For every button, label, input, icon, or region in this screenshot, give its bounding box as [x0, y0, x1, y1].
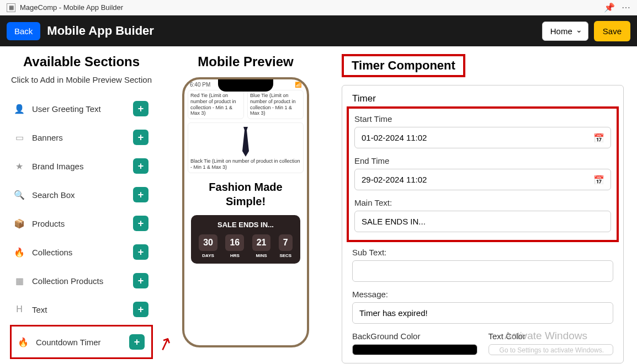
section-search-box[interactable]: 🔍 Search Box + [10, 181, 153, 208]
start-time-input[interactable] [354, 127, 611, 148]
calendar-icon[interactable]: 📅 [593, 132, 604, 143]
timer-secs: 7 [279, 234, 293, 251]
bg-color-label: BackGround Color [352, 331, 477, 341]
star-icon: ★ [14, 161, 24, 171]
config-title: Timer Component [352, 58, 455, 73]
calendar-icon[interactable]: 📅 [593, 174, 604, 185]
sidebar-title: Available Sections [10, 54, 153, 69]
section-label: Collection Products [32, 276, 103, 286]
wifi-icon: 📶 [295, 82, 301, 88]
section-label: Search Box [32, 190, 75, 200]
home-dropdown[interactable]: Home [542, 22, 588, 41]
save-button[interactable]: Save [594, 21, 630, 41]
section-label: Collections [32, 248, 72, 257]
add-button[interactable]: + [133, 158, 148, 174]
bg-color-swatch[interactable] [352, 344, 477, 355]
timer-days: 30 [199, 234, 217, 251]
text-icon: H [14, 304, 24, 314]
add-button[interactable]: + [133, 273, 148, 288]
product-card[interactable]: Blue Tie (Limit on number of product in … [247, 90, 304, 119]
start-time-label: Start Time [354, 114, 611, 124]
end-time-input[interactable] [354, 169, 611, 190]
add-button[interactable]: + [133, 216, 148, 231]
timer-mins-label: MINS [252, 253, 271, 258]
section-collection-products[interactable]: ▦ Collection Products + [10, 267, 153, 294]
sub-text-label: Sub Text: [352, 248, 613, 257]
windows-watermark-sub: Go to Settings to activate Windows. [500, 346, 604, 354]
sub-text-input[interactable] [352, 260, 613, 282]
add-button[interactable]: + [133, 130, 148, 145]
section-label: Products [32, 219, 65, 228]
mobile-preview-panel: Mobile Preview 6:40 PM 📶 Red Tie (Limit … [163, 46, 328, 364]
tagline: Fashion Made Simple! [188, 180, 304, 208]
countdown-highlight: 🔥 Countdown Timer + [10, 325, 153, 359]
box-icon: 📦 [14, 218, 24, 228]
add-button[interactable]: + [133, 187, 148, 202]
timer-hrs-label: HRS [225, 253, 244, 258]
main-text-label: Main Text: [354, 198, 611, 207]
grid-icon: ▦ [14, 276, 24, 286]
section-user-greeting[interactable]: 👤 User Greeting Text + [10, 95, 153, 122]
section-brand-images[interactable]: ★ Brand Images + [10, 153, 153, 179]
section-countdown-timer[interactable]: 🔥 Countdown Timer + [14, 329, 149, 355]
form-heading: Timer [352, 93, 613, 104]
main-text-input[interactable] [354, 211, 611, 232]
timer-secs-label: SECS [279, 253, 293, 258]
section-collections[interactable]: 🔥 Collections + [10, 239, 153, 265]
banner-icon: ▭ [14, 132, 24, 142]
timer-widget[interactable]: SALE ENDS IN... 30 DAYS 16 HRS 21 MINS [191, 215, 300, 264]
section-label: Countdown Timer [36, 338, 101, 347]
available-sections-sidebar: Available Sections Click to Add in Mobil… [0, 46, 163, 364]
add-button[interactable]: + [133, 302, 148, 317]
section-banners[interactable]: ▭ Banners + [10, 124, 153, 151]
app-icon: ▦ [7, 3, 15, 12]
user-icon: 👤 [14, 104, 24, 114]
add-button[interactable]: + [133, 244, 148, 260]
flame-icon: 🔥 [14, 247, 24, 257]
message-label: Message: [352, 290, 613, 299]
phone-notch [218, 79, 273, 92]
timer-days-label: DAYS [199, 253, 217, 258]
message-input[interactable] [352, 302, 613, 324]
phone-frame: 6:40 PM 📶 Red Tie (Limit on number of pr… [182, 77, 309, 347]
end-time-label: End Time [354, 156, 611, 165]
back-button[interactable]: Back [7, 22, 40, 40]
status-time: 6:40 PM [190, 82, 210, 88]
header-bar: Back Mobile App Buider Home Save [0, 15, 637, 46]
section-products[interactable]: 📦 Products + [10, 210, 153, 237]
app-name: MageComp - Mobile App Builder [20, 3, 123, 12]
search-icon: 🔍 [14, 190, 24, 200]
sidebar-subtitle: Click to Add in Mobile Preview Section [10, 74, 153, 85]
app-title-bar: ▦ MageComp - Mobile App Builder 📌 ⋯ [0, 0, 637, 15]
page-title: Mobile App Buider [47, 24, 154, 38]
pin-icon[interactable]: 📌 [604, 2, 615, 13]
highlighted-form-section: Start Time 📅 End Time 📅 Main Text: [347, 106, 619, 242]
section-label: User Greeting Text [32, 104, 101, 114]
product-card[interactable]: Red Tie (Limit on number of product in c… [188, 90, 244, 119]
add-button[interactable]: + [129, 334, 145, 350]
product-card[interactable]: Black Tie (Limit on number of product in… [188, 122, 304, 173]
timer-config-panel: Timer Component Timer Start Time 📅 End T… [328, 46, 637, 364]
timer-main-text: SALE ENDS IN... [197, 221, 295, 229]
add-button[interactable]: + [133, 101, 148, 116]
section-label: Text [32, 305, 47, 314]
section-label: Banners [32, 133, 63, 142]
more-icon[interactable]: ⋯ [622, 2, 630, 13]
section-label: Brand Images [32, 162, 83, 171]
tie-image [190, 125, 301, 158]
timer-mins: 21 [252, 234, 271, 251]
config-title-highlight: Timer Component [342, 54, 465, 77]
flame-icon: 🔥 [18, 337, 28, 347]
section-text[interactable]: H Text + [10, 296, 153, 323]
timer-hrs: 16 [225, 234, 244, 251]
windows-watermark: Activate Windows [505, 330, 587, 342]
preview-title: Mobile Preview [198, 54, 293, 69]
